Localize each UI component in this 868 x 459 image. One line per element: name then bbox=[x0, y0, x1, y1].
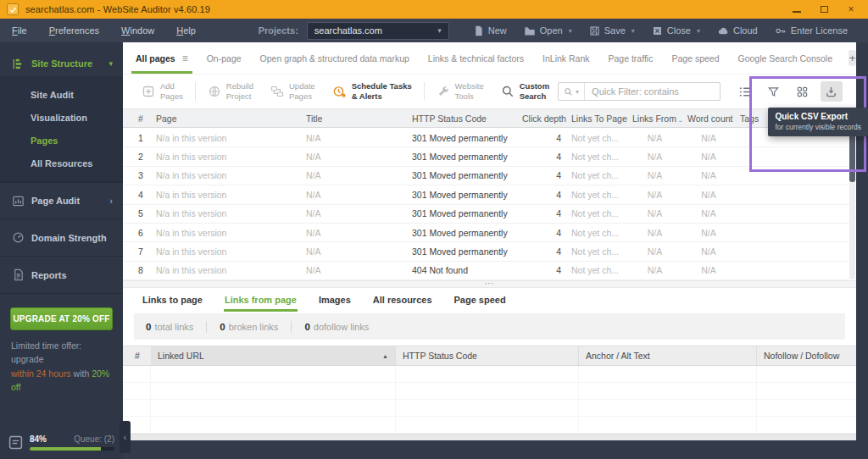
cell-page: N/a in this version bbox=[151, 133, 301, 143]
enter-license-button[interactable]: Enter License bbox=[766, 19, 856, 42]
close-project-button[interactable]: Close ▾ bbox=[643, 19, 709, 42]
cell-links-from: N/A bbox=[627, 265, 682, 275]
projects-label: Projects: bbox=[259, 25, 298, 36]
save-project-button[interactable]: Save ▾ bbox=[581, 19, 643, 42]
sidebar-item-all-resources[interactable]: All Resources bbox=[0, 152, 123, 174]
cell-page: N/a in this version bbox=[151, 265, 301, 275]
stat-total-links: 0total links bbox=[146, 322, 193, 332]
tooltip-subtitle: for currently visible records bbox=[775, 123, 861, 131]
empty-row bbox=[123, 417, 856, 434]
table-row[interactable]: 6 N/a in this version N/A 301 Moved perm… bbox=[123, 224, 849, 242]
toolbar: AddPages RebuildProject UpdatePages Sche… bbox=[123, 75, 856, 108]
column-header-http-status[interactable]: HTTP Status Code bbox=[407, 113, 517, 124]
add-tab-button[interactable]: + bbox=[849, 50, 856, 66]
table-row[interactable]: 4 N/a in this version N/A 301 Moved perm… bbox=[123, 185, 849, 204]
task-log-icon[interactable] bbox=[8, 435, 23, 450]
workspace-columns-icon[interactable] bbox=[734, 81, 756, 102]
cloud-button[interactable]: Cloud bbox=[709, 19, 766, 42]
sidebar-item-page-audit[interactable]: Page Audit › bbox=[0, 182, 123, 219]
sidebar-item-domain-strength[interactable]: Domain Strength bbox=[0, 219, 123, 257]
sidebar-item-pages[interactable]: Pages bbox=[0, 129, 123, 152]
schedule-tasks-button[interactable]: Schedule Tasks& Alerts bbox=[324, 81, 420, 102]
maximize-button[interactable] bbox=[819, 4, 829, 14]
upgrade-button[interactable]: UPGRADE AT 20% OFF bbox=[10, 307, 113, 330]
panel-splitter[interactable]: ⋯ bbox=[123, 280, 856, 288]
tab-google-search-console[interactable]: Google Search Console bbox=[729, 42, 843, 74]
tab-inlink-rank[interactable]: InLink Rank bbox=[533, 42, 598, 74]
cell-word-count: N/A bbox=[682, 246, 735, 257]
tab-links-to-page[interactable]: Links to page bbox=[131, 288, 214, 312]
column-header-click-depth[interactable]: Click depth bbox=[517, 113, 566, 124]
sidebar-collapse-handle[interactable]: ‹ bbox=[120, 421, 131, 453]
column-header-nofollow[interactable]: Nofollow / Dofollow bbox=[757, 346, 856, 365]
sidebar-item-reports[interactable]: Reports bbox=[0, 257, 123, 294]
menu-window[interactable]: Window bbox=[121, 25, 154, 36]
close-button[interactable]: × bbox=[846, 4, 856, 14]
column-header-number[interactable]: # bbox=[123, 346, 151, 365]
quick-filter-input[interactable] bbox=[585, 86, 720, 97]
cloud-icon bbox=[717, 25, 729, 36]
rebuild-project-button[interactable]: RebuildProject bbox=[199, 81, 262, 102]
tab-links-technical[interactable]: Links & technical factors bbox=[419, 42, 533, 74]
hamburger-icon[interactable]: ≡ bbox=[182, 53, 188, 64]
filter-icon[interactable] bbox=[763, 81, 785, 102]
sidebar-item-site-structure[interactable]: Site Structure ▾ bbox=[0, 51, 123, 76]
file-icon bbox=[473, 25, 484, 36]
table-row[interactable]: 1 N/a in this version N/A 301 Moved perm… bbox=[123, 129, 849, 147]
cell-links-from: N/A bbox=[627, 246, 682, 257]
cell-http-status: 301 Moved permanently bbox=[407, 208, 517, 218]
table-row[interactable]: 7 N/a in this version N/A 301 Moved perm… bbox=[123, 242, 849, 261]
column-header-number[interactable]: # bbox=[123, 113, 151, 124]
cell-word-count: N/A bbox=[682, 170, 735, 180]
sidebar-item-site-audit[interactable]: Site Audit bbox=[0, 83, 123, 106]
column-header-title[interactable]: Title bbox=[301, 113, 407, 124]
tab-page-traffic[interactable]: Page traffic bbox=[599, 42, 663, 74]
update-pages-button[interactable]: UpdatePages bbox=[262, 81, 324, 102]
project-dropdown[interactable]: searchatlas.com ▾ bbox=[307, 22, 449, 40]
chevron-down-icon: ▾ bbox=[632, 27, 635, 35]
menu-help[interactable]: Help bbox=[176, 25, 196, 36]
menu-file[interactable]: File bbox=[12, 25, 27, 36]
cell-click-depth: 4 bbox=[517, 228, 566, 238]
page-audit-icon bbox=[12, 195, 25, 207]
search-icon bbox=[564, 87, 573, 97]
column-header-page[interactable]: Page bbox=[151, 113, 301, 124]
cell-links-to-page: Not yet ch... bbox=[566, 228, 627, 238]
column-header-word-count[interactable]: Word count bbox=[682, 113, 735, 124]
table-row[interactable]: 2 N/a in this version N/A 301 Moved perm… bbox=[123, 147, 849, 166]
tab-all-pages[interactable]: All pages ≡ bbox=[126, 42, 198, 74]
tab-page-speed-detail[interactable]: Page speed bbox=[443, 288, 517, 312]
cell-page: N/a in this version bbox=[151, 170, 301, 180]
open-project-button[interactable]: Open ▾ bbox=[515, 19, 581, 42]
cell-links-from: N/A bbox=[627, 208, 682, 218]
quick-filter-mode[interactable]: ▾ bbox=[559, 83, 585, 100]
quick-csv-export-icon[interactable] bbox=[821, 81, 843, 102]
tab-open-graph[interactable]: Open graph & structured data markup bbox=[251, 42, 419, 74]
chevron-down-icon: ▾ bbox=[569, 27, 572, 35]
new-project-button[interactable]: New bbox=[465, 19, 515, 42]
custom-search-button[interactable]: CustomSearch bbox=[492, 81, 558, 102]
crawl-status: 84% Queue: (2) bbox=[8, 434, 114, 451]
cell-http-status: 301 Moved permanently bbox=[407, 190, 517, 200]
website-tools-button[interactable]: WebsiteTools bbox=[428, 81, 492, 102]
column-header-http-status[interactable]: HTTP Status Code bbox=[396, 346, 579, 365]
table-row[interactable]: 5 N/a in this version N/A 301 Moved perm… bbox=[123, 205, 849, 224]
tab-images[interactable]: Images bbox=[308, 288, 362, 312]
menu-preferences[interactable]: Preferences bbox=[49, 25, 99, 36]
tab-all-resources[interactable]: All resources bbox=[362, 288, 443, 312]
pages-table-header: # Page Title HTTP Status Code Click dept… bbox=[123, 108, 849, 128]
sidebar-item-visualization[interactable]: Visualization bbox=[0, 106, 123, 129]
column-header-linked-url[interactable]: Linked URL ▲ bbox=[151, 346, 396, 365]
column-header-anchor-alt[interactable]: Anchor / Alt Text bbox=[579, 346, 757, 365]
minimize-button[interactable] bbox=[792, 4, 802, 14]
column-header-links-from[interactable]: Links From ... bbox=[627, 113, 682, 124]
tab-on-page[interactable]: On-page bbox=[198, 42, 251, 74]
cell-links-from: N/A bbox=[627, 152, 682, 162]
table-row[interactable]: 3 N/a in this version N/A 301 Moved perm… bbox=[123, 167, 849, 185]
column-header-links-to-page[interactable]: Links To Page bbox=[566, 113, 627, 124]
workspaces-grid-icon[interactable] bbox=[792, 81, 814, 102]
title-bar: searchatlas.com - WebSite Auditor v4.60.… bbox=[0, 0, 868, 19]
add-pages-button[interactable]: AddPages bbox=[133, 81, 192, 102]
tab-page-speed[interactable]: Page speed bbox=[662, 42, 728, 74]
tab-links-from-page[interactable]: Links from page bbox=[214, 288, 308, 312]
